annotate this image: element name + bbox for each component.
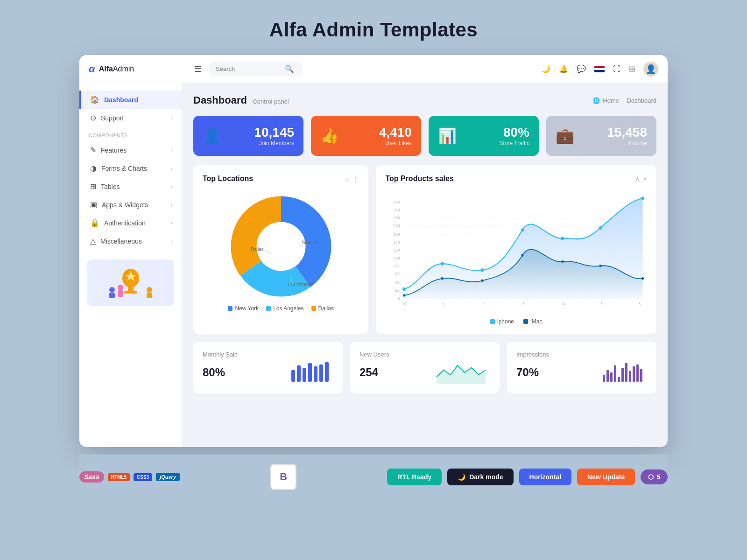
chevron-right-icon: › [170, 115, 172, 121]
browser-window: α AlfaAdmin ☰ 🔍 🌙 🔔 💬 ⛶ ⊞ 👤 🏠 Dashboa [79, 55, 668, 447]
svg-point-60 [441, 277, 444, 280]
line-chart-svg: 0 20 40 60 80 100 120 140 160 180 200 22… [385, 190, 647, 312]
stat-label-join-members: Join Members [229, 140, 294, 147]
svg-point-6 [118, 285, 123, 290]
sidebar-label-features: Features [101, 147, 127, 154]
dark-mode-button[interactable]: 🌙 Dark mode [447, 469, 513, 485]
search-icon: 🔍 [285, 64, 294, 73]
more-icon[interactable]: ⋮ [352, 175, 359, 182]
svg-rect-77 [618, 377, 620, 382]
chevron-right-icon: › [170, 202, 172, 208]
svg-point-65 [641, 277, 644, 280]
legend-imac: iMac [523, 318, 542, 325]
svg-text:180: 180 [394, 224, 400, 228]
svg-text:60: 60 [395, 272, 400, 276]
impressions-chart [600, 361, 647, 384]
sidebar-item-dashboard[interactable]: 🏠 Dashboard [79, 91, 182, 109]
new-update-button[interactable]: New Update [577, 469, 635, 485]
svg-rect-1 [128, 287, 134, 291]
legend-new-york: New York [228, 305, 259, 312]
sidebar-item-tables[interactable]: ⊞ Tables › [79, 177, 182, 196]
svg-text:220: 220 [394, 208, 400, 212]
sidebar-label-dashboard: Dashboard [104, 96, 138, 104]
support-icon: ⊙ [90, 113, 96, 122]
chat-icon[interactable]: 💬 [577, 64, 586, 73]
dashboard-subtitle: Control panel [253, 98, 289, 105]
layers-icon: ⬡ [648, 473, 654, 481]
legend-dot-imac [523, 319, 528, 324]
stat-info-user-likes: 4,410 User Likes [346, 125, 412, 147]
svg-point-55 [521, 228, 524, 231]
svg-text:New Yo...: New Yo... [302, 240, 322, 245]
horizontal-button[interactable]: Horizontal [519, 469, 571, 485]
svg-rect-2 [124, 291, 137, 294]
bell-icon[interactable]: 🔔 [559, 64, 568, 73]
top-locations-actions[interactable]: ○ ⋮ [345, 175, 359, 182]
stat-info-income: 15,458 Income [582, 125, 647, 147]
stat-cards-grid: 👤 10,145 Join Members 👍 4,410 User Likes… [193, 116, 656, 156]
circle-icon[interactable]: ○ [345, 175, 349, 182]
svg-text:0: 0 [398, 296, 401, 301]
lock-icon: 🔒 [90, 218, 99, 227]
stat-info-join-members: 10,145 Join Members [229, 125, 294, 147]
triangle-icon: △ [90, 237, 96, 245]
bottom-row: Monthly Sale 80% [193, 342, 656, 393]
members-icon: 👤 [203, 127, 221, 145]
chart-row: Top Locations ○ ⋮ [193, 165, 656, 334]
impressions-value: 70% [516, 366, 539, 379]
new-users-title: New Users [359, 351, 490, 358]
new-users-value: 254 [359, 366, 378, 379]
grid-icon[interactable]: ⊞ [629, 64, 635, 73]
fullscreen-icon[interactable]: ⛶ [613, 65, 620, 73]
new-users-card: New Users 254 [350, 342, 500, 393]
sidebar-item-features[interactable]: ✎ Features › [79, 141, 182, 159]
sidebar-item-apps-widgets[interactable]: ▣ Apps & Widgets › [79, 196, 182, 214]
avatar[interactable]: 👤 [643, 62, 658, 77]
chevron-up-icon[interactable]: ∧ [635, 175, 640, 182]
stat-info-store-traffic: 80% Store Traffic [464, 125, 529, 147]
sidebar-label-authentication: Authentication [104, 219, 146, 227]
svg-text:40: 40 [395, 280, 400, 285]
svg-text:80: 80 [395, 264, 400, 268]
hamburger-button[interactable]: ☰ [194, 64, 202, 74]
top-products-header: Top Products sales ∧ × [385, 175, 647, 183]
svg-rect-80 [629, 371, 631, 382]
sidebar: 🏠 Dashboard ⊙ Support › Components ✎ Fea… [79, 83, 182, 447]
sidebar-item-support[interactable]: ⊙ Support › [79, 109, 182, 127]
income-icon: 💼 [556, 127, 574, 145]
svg-text:Dallas: Dallas [251, 247, 264, 252]
svg-rect-74 [606, 370, 609, 382]
search-box[interactable]: 🔍 [209, 62, 303, 76]
svg-text:240: 240 [394, 200, 400, 204]
table-icon: ⊞ [90, 182, 96, 191]
legend-dot-dallas [311, 306, 316, 311]
sidebar-label-forms-charts: Forms & Charts [101, 165, 147, 172]
sidebar-item-authentication[interactable]: 🔒 Authentication › [79, 214, 182, 232]
svg-text:160: 160 [394, 232, 400, 237]
search-input[interactable] [216, 65, 281, 72]
flag-icon[interactable] [594, 66, 605, 72]
top-products-actions[interactable]: ∧ × [635, 175, 647, 182]
top-locations-title: Top Locations [203, 175, 253, 183]
sidebar-item-miscellaneous[interactable]: △ Miscellaneous › [79, 232, 182, 250]
top-products-title: Top Products sales [385, 175, 453, 183]
svg-rect-81 [633, 366, 635, 382]
svg-rect-5 [109, 293, 115, 298]
close-icon[interactable]: × [643, 175, 647, 182]
trophy-illustration [103, 264, 159, 301]
top-locations-header: Top Locations ○ ⋮ [203, 175, 359, 183]
logo-alpha-icon: α [89, 63, 95, 75]
moon-icon[interactable]: 🌙 [541, 64, 550, 73]
svg-text:2: 2 [482, 302, 485, 306]
line-chart-legend: iphone iMac [385, 318, 647, 325]
sidebar-label-support: Support [101, 114, 124, 122]
html5-badge: HTML5 [108, 473, 130, 481]
svg-text:1: 1 [442, 302, 444, 306]
home-icon: 🏠 [90, 95, 99, 104]
topbar: α AlfaAdmin ☰ 🔍 🌙 🔔 💬 ⛶ ⊞ 👤 [79, 55, 668, 83]
svg-rect-9 [147, 293, 152, 298]
rtl-ready-button[interactable]: RTL Ready [387, 469, 442, 485]
badge-count: ⬡ 5 [641, 469, 668, 484]
sidebar-item-forms-charts[interactable]: ◑ Forms & Charts › [79, 159, 182, 177]
apps-icon: ▣ [90, 200, 97, 209]
